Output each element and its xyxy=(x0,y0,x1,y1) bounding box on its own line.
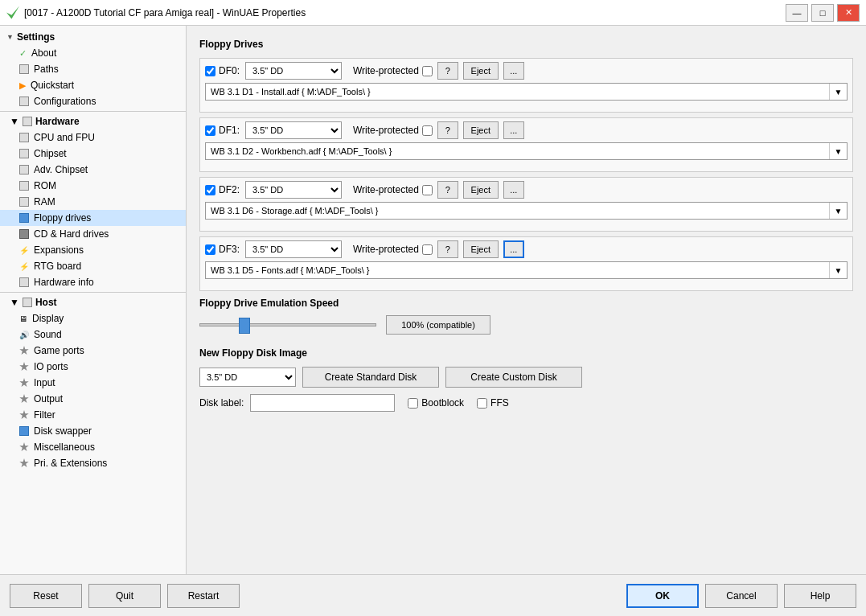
maximize-button[interactable]: □ xyxy=(811,4,834,22)
drive-checkbox-df3[interactable] xyxy=(205,244,215,255)
eject-button-df3[interactable]: Eject xyxy=(463,240,499,258)
sidebar-item-ram[interactable]: RAM xyxy=(0,194,186,210)
write-protected-label-df3: Write-protected xyxy=(353,244,433,255)
eject-button-df1[interactable]: Eject xyxy=(463,121,499,139)
speed-slider-track xyxy=(199,323,376,326)
eject-button-df0[interactable]: Eject xyxy=(463,62,499,80)
disk-label-input[interactable] xyxy=(250,394,395,412)
cancel-button[interactable]: Cancel xyxy=(705,584,778,608)
sidebar-item-paths[interactable]: Paths xyxy=(0,61,186,77)
ellipsis-button-df3-active[interactable]: ... xyxy=(503,240,524,258)
sidebar-item-about[interactable]: ✓ About xyxy=(0,45,186,61)
question-button-df1[interactable]: ? xyxy=(437,121,458,139)
write-protected-checkbox-df0[interactable] xyxy=(422,66,433,76)
sidebar-label-configurations: Configurations xyxy=(34,96,96,107)
sidebar-hardware-header[interactable]: ▼ Hardware xyxy=(0,113,186,129)
window-title: [0017 - A1200D Tutorial CF para Amiga re… xyxy=(24,7,306,18)
floppy-icon-disk-swapper xyxy=(19,426,29,436)
speed-slider-container xyxy=(199,323,376,326)
drive-id-df2: DF2: xyxy=(219,184,240,195)
quit-button[interactable]: Quit xyxy=(88,584,161,608)
sidebar-item-input[interactable]: Input xyxy=(0,375,186,391)
sidebar-item-rom[interactable]: ROM xyxy=(0,178,186,194)
ffs-checkbox[interactable] xyxy=(477,398,487,409)
ellipsis-button-df1[interactable]: ... xyxy=(503,121,524,139)
write-protected-checkbox-df3[interactable] xyxy=(422,244,433,255)
drive-id-df1: DF1: xyxy=(219,125,240,136)
sidebar-item-expansions[interactable]: ⚡ Expansions xyxy=(0,242,186,258)
path-arrow-df3[interactable]: ▼ xyxy=(829,262,847,278)
display-icon: 🖥 xyxy=(19,314,27,323)
bootblock-checkbox[interactable] xyxy=(408,398,418,409)
path-arrow-df2[interactable]: ▼ xyxy=(829,203,847,219)
sidebar-item-cd-hard-drives[interactable]: CD & Hard drives xyxy=(0,226,186,242)
disk-type-select[interactable]: 3.5" DD xyxy=(199,368,296,387)
sidebar-item-output[interactable]: Output xyxy=(0,391,186,407)
eject-button-df2[interactable]: Eject xyxy=(463,181,499,199)
sidebar-item-sound[interactable]: 🔊 Sound xyxy=(0,326,186,343)
write-protected-label-df1: Write-protected xyxy=(353,125,433,136)
sidebar-item-quickstart[interactable]: ▶ Quickstart xyxy=(0,77,186,93)
help-button[interactable]: Help xyxy=(784,584,856,608)
box-icon-hw-info xyxy=(19,277,29,287)
disk-image-title: New Floppy Disk Image xyxy=(199,347,853,359)
box-icon-paths xyxy=(19,64,29,74)
sidebar-item-cpu-fpu[interactable]: CPU and FPU xyxy=(0,129,186,146)
sidebar-item-chipset[interactable]: Chipset xyxy=(0,146,186,162)
sidebar-item-filter[interactable]: Filter xyxy=(0,407,186,423)
ellipsis-button-df2[interactable]: ... xyxy=(503,181,524,199)
restart-button[interactable]: Restart xyxy=(167,584,240,608)
gear-icon-pri-ext xyxy=(19,458,29,468)
question-button-df2[interactable]: ? xyxy=(437,181,458,199)
sidebar-item-miscellaneous[interactable]: Miscellaneous xyxy=(0,439,186,455)
question-button-df0[interactable]: ? xyxy=(437,62,458,80)
drive-type-select-df2[interactable]: 3.5" DD xyxy=(245,181,342,199)
gear-icon-input xyxy=(19,378,29,388)
sidebar-item-rtg-board[interactable]: ⚡ RTG board xyxy=(0,258,186,274)
write-protected-checkbox-df1[interactable] xyxy=(422,125,433,136)
sidebar-item-disk-swapper[interactable]: Disk swapper xyxy=(0,423,186,439)
ellipsis-button-df0[interactable]: ... xyxy=(503,62,524,80)
create-custom-disk-button[interactable]: Create Custom Disk xyxy=(445,367,582,388)
sidebar-item-configurations[interactable]: Configurations xyxy=(0,93,186,109)
drive-type-select-df0[interactable]: 3.5" DD xyxy=(245,62,342,80)
path-arrow-df0[interactable]: ▼ xyxy=(829,84,847,100)
sidebar-label-filter: Filter xyxy=(34,409,55,421)
disk-image-section: New Floppy Disk Image 3.5" DD Create Sta… xyxy=(199,347,853,412)
reset-button[interactable]: Reset xyxy=(10,584,82,608)
drive-checkbox-df2[interactable] xyxy=(205,185,215,195)
sidebar-item-floppy-drives[interactable]: Floppy drives xyxy=(0,210,186,226)
sidebar-host-header[interactable]: ▼ Host xyxy=(0,294,186,310)
question-button-df3[interactable]: ? xyxy=(437,240,458,258)
sidebar-item-hardware-info[interactable]: Hardware info xyxy=(0,274,186,290)
drive-type-select-df1[interactable]: 3.5" DD xyxy=(245,121,342,139)
path-arrow-df1[interactable]: ▼ xyxy=(829,143,847,159)
close-button[interactable]: ✕ xyxy=(837,4,860,22)
sidebar-label-hardware: Hardware xyxy=(35,116,80,127)
hardware-box-icon xyxy=(23,117,32,126)
floppy-drives-title: Floppy Drives xyxy=(199,39,853,50)
gear-icon-game-ports xyxy=(19,346,29,355)
ok-button[interactable]: OK xyxy=(626,584,699,608)
sidebar-label-about: About xyxy=(31,47,56,59)
gear-icon-filter xyxy=(19,410,29,420)
drive-type-select-df3[interactable]: 3.5" DD xyxy=(245,240,342,258)
drive-checkbox-df0[interactable] xyxy=(205,66,215,76)
ffs-label: FFS xyxy=(490,397,509,409)
speed-value-button[interactable]: 100% (compatible) xyxy=(386,315,490,335)
sidebar-settings-header[interactable]: ▼ Settings xyxy=(0,29,186,45)
drive-checkbox-df1[interactable] xyxy=(205,125,215,136)
minimize-button[interactable]: — xyxy=(786,4,808,22)
sidebar-item-adv-chipset[interactable]: Adv. Chipset xyxy=(0,162,186,178)
sidebar-item-pri-extensions[interactable]: Pri. & Extensions xyxy=(0,455,186,471)
sidebar-item-display[interactable]: 🖥 Display xyxy=(0,310,186,326)
create-standard-disk-button[interactable]: Create Standard Disk xyxy=(302,367,439,388)
sidebar-item-io-ports[interactable]: IO ports xyxy=(0,359,186,375)
drive-row-df2: DF2: 3.5" DD Write-protected ? Eject ... xyxy=(205,181,848,199)
drive-label-df2: DF2: xyxy=(205,184,240,195)
drive-path-df1: WB 3.1 D2 - Workbench.adf { M:\ADF_Tools… xyxy=(206,146,829,156)
write-protected-checkbox-df2[interactable] xyxy=(422,185,433,195)
speed-slider-thumb[interactable] xyxy=(239,318,250,334)
sidebar-item-game-ports[interactable]: Game ports xyxy=(0,343,186,359)
drive-id-df0: DF0: xyxy=(219,65,240,76)
